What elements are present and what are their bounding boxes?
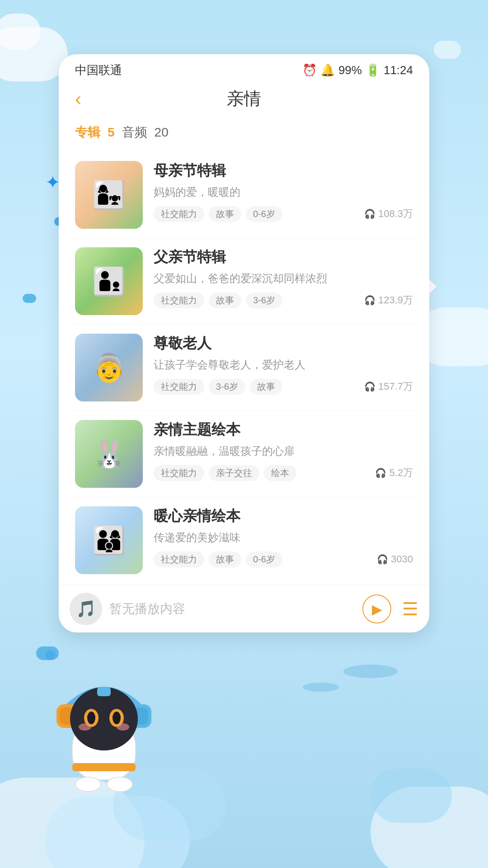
cloud-decoration-tl xyxy=(0,27,68,81)
album-title-1: 母亲节特辑 xyxy=(154,161,413,181)
page-title: 亲情 xyxy=(227,87,261,110)
tag-story-2: 故事 xyxy=(209,292,241,308)
album-thumb-5: 👨‍👩‍👦 xyxy=(75,506,143,574)
tag-social-1: 社交能力 xyxy=(154,206,204,222)
album-list: 👩‍👧 母亲节特辑 妈妈的爱，暖暖的 社交能力 故事 0-6岁 🎧 108.3万 xyxy=(59,152,429,583)
player-thumb: 🎵 xyxy=(70,593,102,625)
album-info-3: 尊敬老人 让孩子学会尊敬老人，爱护老人 社交能力 3-6岁 故事 🎧 157.7… xyxy=(154,334,413,395)
album-thumb-1: 👩‍👧 xyxy=(75,161,143,229)
play-count-3: 🎧 157.7万 xyxy=(364,380,413,393)
main-card: 中国联通 ⏰ 🔔 99% 🔋 11:24 ‹ 亲情 专辑 5 音频 20 👩‍👧… xyxy=(59,54,429,632)
cloud-decoration-tr xyxy=(434,41,461,59)
album-thumb-2: 👨‍👦 xyxy=(75,247,143,315)
player-controls: ▶ ☰ xyxy=(362,594,418,623)
album-thumb-img-5: 👨‍👩‍👦 xyxy=(75,506,143,574)
album-thumb-4: 🐰 xyxy=(75,420,143,488)
playlist-button[interactable]: ☰ xyxy=(402,599,418,619)
album-title-3: 尊敬老人 xyxy=(154,334,413,354)
album-thumb-img-2: 👨‍👦 xyxy=(75,247,143,315)
album-tags-row-5: 社交能力 故事 0-6岁 🎧 3030 xyxy=(154,552,413,567)
back-button[interactable]: ‹ xyxy=(75,88,81,110)
tag-age-3: 3-6岁 xyxy=(209,379,245,395)
play-count-num-5: 3030 xyxy=(391,553,413,565)
album-tags-row-2: 社交能力 故事 3-6岁 🎧 123.9万 xyxy=(154,292,413,308)
album-item-1[interactable]: 👩‍👧 母亲节特辑 妈妈的爱，暖暖的 社交能力 故事 0-6岁 🎧 108.3万 xyxy=(68,152,420,238)
tag-social-4: 社交能力 xyxy=(154,465,204,481)
album-title-4: 亲情主题绘本 xyxy=(154,420,413,440)
album-stat-count: 5 xyxy=(108,125,115,140)
battery-label: 99% xyxy=(338,63,362,77)
svg-point-13 xyxy=(75,777,101,792)
audio-stat-label: 音频 xyxy=(122,124,147,141)
robot-mascot xyxy=(41,651,167,796)
player-no-content: 暂无播放内容 xyxy=(109,600,362,618)
headphone-icon-2: 🎧 xyxy=(364,295,375,306)
album-thumb-img-1: 👩‍👧 xyxy=(75,161,143,229)
shadow-oval-1 xyxy=(343,665,398,678)
play-count-num-1: 108.3万 xyxy=(378,207,413,221)
stats-row: 专辑 5 音频 20 xyxy=(59,119,429,152)
album-desc-4: 亲情暖融融，温暖孩子的心扉 xyxy=(154,443,413,459)
tag-story-1: 故事 xyxy=(209,206,241,222)
tag-age-5: 0-6岁 xyxy=(246,552,282,567)
album-thumb-3: 👵 xyxy=(75,334,143,401)
tag-picture-4: 绘本 xyxy=(264,465,296,481)
svg-point-5 xyxy=(70,687,138,750)
album-tags-row-3: 社交能力 3-6岁 故事 🎧 157.7万 xyxy=(154,379,413,395)
svg-rect-12 xyxy=(72,763,136,771)
alarm-icon: ⏰ xyxy=(302,63,317,77)
tag-social-5: 社交能力 xyxy=(154,552,204,567)
album-desc-5: 传递爱的美妙滋味 xyxy=(154,530,413,545)
play-count-num-3: 157.7万 xyxy=(378,380,413,393)
headphone-icon-1: 🎧 xyxy=(364,208,375,219)
shadow-oval-2 xyxy=(303,683,339,692)
album-desc-1: 妈妈的爱，暖暖的 xyxy=(154,184,413,200)
bottom-cloud-5 xyxy=(371,769,452,823)
tag-story-5: 故事 xyxy=(209,552,241,567)
audio-stat-count: 20 xyxy=(155,125,169,140)
svg-point-14 xyxy=(107,777,132,792)
album-stat-label: 专辑 xyxy=(75,124,100,141)
bell-icon: 🔔 xyxy=(320,63,335,77)
play-count-num-2: 123.9万 xyxy=(378,293,413,307)
svg-point-9 xyxy=(113,712,121,724)
tag-age-2: 3-6岁 xyxy=(246,292,282,308)
play-count-5: 🎧 3030 xyxy=(377,553,413,565)
status-right: ⏰ 🔔 99% 🔋 11:24 xyxy=(302,63,413,77)
album-item-5[interactable]: 👨‍👩‍👦 暖心亲情绘本 传递爱的美妙滋味 社交能力 故事 0-6岁 🎧 303… xyxy=(68,497,420,583)
tag-parent-4: 亲子交往 xyxy=(209,465,259,481)
player-bar: 🎵 暂无播放内容 ▶ ☰ xyxy=(59,585,429,632)
play-count-4: 🎧 5.2万 xyxy=(375,466,413,480)
svg-point-8 xyxy=(87,712,95,724)
album-thumb-img-3: 👵 xyxy=(75,334,143,401)
svg-point-10 xyxy=(79,723,91,731)
album-tags-row-1: 社交能力 故事 0-6岁 🎧 108.3万 xyxy=(154,206,413,222)
album-title-2: 父亲节特辑 xyxy=(154,247,413,267)
album-info-5: 暖心亲情绘本 传递爱的美妙滋味 社交能力 故事 0-6岁 🎧 3030 xyxy=(154,506,413,567)
album-thumb-img-4: 🐰 xyxy=(75,420,143,488)
tag-social-2: 社交能力 xyxy=(154,292,204,308)
album-item-2[interactable]: 👨‍👦 父亲节特辑 父爱如山，爸爸的爱深沉却同样浓烈 社交能力 故事 3-6岁 … xyxy=(68,238,420,325)
album-info-4: 亲情主题绘本 亲情暖融融，温暖孩子的心扉 社交能力 亲子交往 绘本 🎧 5.2万 xyxy=(154,420,413,481)
svg-rect-15 xyxy=(97,687,111,696)
album-desc-2: 父爱如山，爸爸的爱深沉却同样浓烈 xyxy=(154,271,413,286)
tag-social-3: 社交能力 xyxy=(154,379,204,395)
album-item-4[interactable]: 🐰 亲情主题绘本 亲情暖融融，温暖孩子的心扉 社交能力 亲子交往 绘本 🎧 5.… xyxy=(68,411,420,497)
time-label: 11:24 xyxy=(384,63,413,77)
status-bar: 中国联通 ⏰ 🔔 99% 🔋 11:24 xyxy=(59,54,429,83)
album-item-3[interactable]: 👵 尊敬老人 让孩子学会尊敬老人，爱护老人 社交能力 3-6岁 故事 🎧 157… xyxy=(68,325,420,411)
battery-icon: 🔋 xyxy=(366,63,380,77)
svg-point-11 xyxy=(117,723,129,731)
play-button[interactable]: ▶ xyxy=(362,594,391,623)
tag-story-3: 故事 xyxy=(250,379,282,395)
page-header: ‹ 亲情 xyxy=(59,83,429,119)
album-tags-row-4: 社交能力 亲子交往 绘本 🎧 5.2万 xyxy=(154,465,413,481)
carrier-label: 中国联通 xyxy=(75,62,122,78)
headphone-icon-5: 🎧 xyxy=(377,554,388,565)
play-count-2: 🎧 123.9万 xyxy=(364,293,413,307)
play-count-1: 🎧 108.3万 xyxy=(364,207,413,221)
headphone-icon-3: 🎧 xyxy=(364,381,375,392)
album-desc-3: 让孩子学会尊敬老人，爱护老人 xyxy=(154,357,413,373)
album-info-2: 父亲节特辑 父爱如山，爸爸的爱深沉却同样浓烈 社交能力 故事 3-6岁 🎧 12… xyxy=(154,247,413,308)
album-info-1: 母亲节特辑 妈妈的爱，暖暖的 社交能力 故事 0-6岁 🎧 108.3万 xyxy=(154,161,413,222)
